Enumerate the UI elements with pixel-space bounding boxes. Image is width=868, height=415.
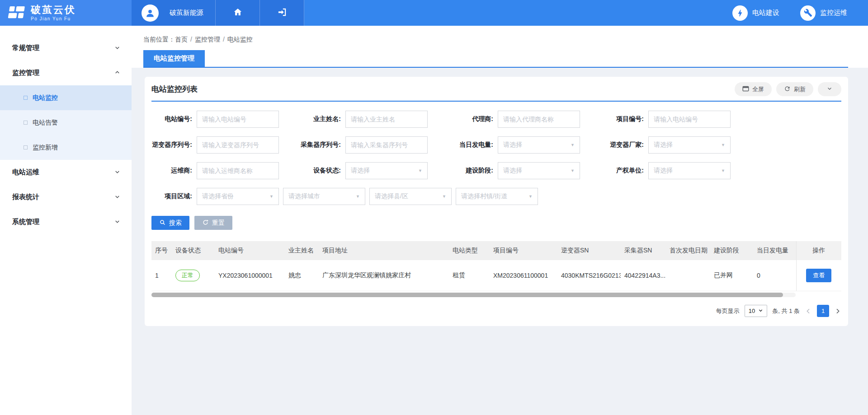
breadcrumb-station-monitor[interactable]: 电站监控: [227, 36, 253, 43]
cell-device-status: 正常: [172, 260, 215, 291]
per-page-label: 每页显示: [716, 307, 740, 315]
sidebar-submenu: 电站监控 电站告警 监控新增: [0, 85, 132, 160]
status-badge: 正常: [175, 270, 200, 281]
chevron-down-icon: ▼: [571, 168, 575, 173]
project-no-input[interactable]: [648, 111, 731, 128]
company-name: 破茧新能源: [170, 9, 203, 17]
horizontal-scrollbar[interactable]: [151, 293, 796, 297]
view-button[interactable]: 查看: [806, 269, 831, 282]
field-inverter-sn: 逆变器序列号:: [151, 136, 279, 154]
device-status-select[interactable]: 请选择 ▼: [345, 162, 428, 179]
sidebar-item-monitor-mgmt[interactable]: 监控管理: [0, 61, 132, 85]
per-page-select[interactable]: 10: [745, 305, 767, 317]
cell-build-stage: 已并网: [710, 260, 753, 291]
sidebar-subitem-label: 电站监控: [33, 94, 58, 102]
tab-row: 电站监控管理: [132, 50, 868, 68]
field-project-no: 项目编号:: [580, 111, 731, 128]
district-placeholder: 请选择县/区: [375, 192, 408, 201]
col-build-stage-header: 建设阶段: [710, 241, 753, 260]
scrollbar-thumb[interactable]: [151, 293, 783, 297]
search-icon: [159, 219, 166, 227]
district-select[interactable]: 请选择县/区 ▼: [369, 188, 452, 205]
filter-row-3: 运维商: 设备状态: 请选择 ▼ 建设阶段: 请选择: [151, 162, 841, 179]
build-stage-select[interactable]: 请选择 ▼: [498, 162, 580, 179]
sidebar-item-label: 报表统计: [12, 193, 39, 201]
sidebar-item-report-stats[interactable]: 报表统计: [0, 185, 132, 210]
next-page-button[interactable]: [834, 308, 841, 315]
province-select[interactable]: 请选择省份 ▼: [197, 188, 279, 205]
col-project-no-header: 项目编号: [490, 241, 557, 260]
property-unit-placeholder: 请选择: [654, 167, 673, 175]
agent-input[interactable]: [498, 111, 580, 128]
inverter-sn-input[interactable]: [197, 136, 279, 154]
sidebar-item-monitor-add[interactable]: 监控新增: [0, 135, 132, 160]
filter-row-2: 逆变器序列号: 采集器序列号: 当日发电量: 请选择 ▼: [151, 136, 841, 154]
station-no-input[interactable]: [197, 111, 279, 128]
owner-name-label: 业主姓名:: [279, 115, 345, 123]
province-placeholder: 请选择省份: [202, 192, 234, 201]
build-stage-placeholder: 请选择: [503, 167, 522, 175]
chevron-down-icon: [114, 193, 121, 201]
sidebar-item-station-ops[interactable]: 电站运维: [0, 160, 132, 185]
owner-name-input[interactable]: [345, 111, 428, 128]
refresh-button[interactable]: 刷新: [776, 82, 813, 96]
submenu-square-icon: [24, 145, 28, 149]
property-unit-select[interactable]: 请选择 ▼: [648, 162, 731, 179]
module-monitor-ops[interactable]: 监控运维: [800, 5, 847, 21]
reset-button[interactable]: 重置: [194, 216, 232, 230]
module-monitor-ops-label: 监控运维: [820, 9, 847, 17]
reset-label: 重置: [212, 219, 225, 227]
col-action-header: 操作: [796, 241, 841, 260]
project-no-label: 项目编号:: [580, 115, 648, 123]
breadcrumb-separator: /: [223, 36, 225, 43]
cell-action: 查看: [796, 260, 841, 291]
maintainer-label: 运维商:: [151, 167, 197, 175]
collapse-panel-button[interactable]: [818, 82, 841, 96]
user-menu[interactable]: 破茧新能源: [132, 0, 216, 26]
sidebar-item-station-alarm[interactable]: 电站告警: [0, 110, 132, 135]
sidebar-item-system-mgmt[interactable]: 系统管理: [0, 210, 132, 234]
cell-owner: 姚忠: [285, 260, 319, 291]
sidebar-item-general-mgmt[interactable]: 常规管理: [0, 36, 132, 61]
daily-power-select[interactable]: 请选择 ▼: [498, 136, 580, 154]
chevron-down-icon: ▼: [721, 168, 725, 173]
field-device-status: 设备状态: 请选择 ▼: [279, 162, 428, 179]
city-placeholder: 请选择城市: [288, 192, 320, 201]
inverter-vendor-select[interactable]: 请选择 ▼: [648, 136, 731, 154]
cell-station-no: YX2023061000001: [215, 260, 285, 291]
cell-inverter-sn: 4030KMTS216G0213...: [557, 260, 621, 291]
breadcrumb-home[interactable]: 首页: [175, 36, 188, 43]
breadcrumb-monitor-mgmt[interactable]: 监控管理: [195, 36, 220, 43]
col-station-no-header: 电站编号: [215, 241, 285, 260]
brand-text: 破茧云伏 Po Jian Yun Fu: [31, 5, 76, 21]
field-collector-sn: 采集器序列号:: [279, 136, 428, 154]
sidebar-subitem-label: 电站告警: [33, 119, 58, 127]
town-select[interactable]: 请选择村镇/街道 ▼: [456, 188, 538, 205]
col-device-status-header: 设备状态: [172, 241, 215, 260]
content-area: 当前位置：首页/监控管理/电站监控 电站监控管理 电站监控列表 全屏 刷新: [132, 26, 868, 415]
project-region-label: 项目区域:: [151, 192, 197, 201]
collector-sn-input[interactable]: [345, 136, 428, 154]
chevron-down-icon: [114, 168, 121, 177]
sidebar-item-station-monitor[interactable]: 电站监控: [0, 85, 132, 110]
field-daily-power: 当日发电量: 请选择 ▼: [428, 136, 580, 154]
cell-no: 1: [151, 260, 172, 291]
logout-button[interactable]: [260, 0, 304, 26]
home-button[interactable]: [216, 0, 260, 26]
home-icon: [233, 7, 243, 19]
header-modules: 电站建设 监控运维: [732, 0, 868, 26]
collector-sn-label: 采集器序列号:: [279, 141, 345, 149]
inverter-sn-label: 逆变器序列号:: [151, 141, 197, 149]
daily-power-placeholder: 请选择: [503, 141, 522, 149]
region-selects: 请选择省份 ▼ 请选择城市 ▼ 请选择县/区 ▼: [197, 188, 538, 205]
tab-station-monitor-mgmt[interactable]: 电站监控管理: [143, 50, 205, 67]
search-button[interactable]: 搜索: [151, 216, 189, 230]
sidebar-item-label: 电站运维: [12, 168, 39, 177]
maintainer-input[interactable]: [197, 162, 279, 179]
fullscreen-button[interactable]: 全屏: [735, 82, 772, 96]
station-no-label: 电站编号:: [151, 115, 197, 123]
prev-page-button[interactable]: [805, 308, 812, 315]
city-select[interactable]: 请选择城市 ▼: [283, 188, 365, 205]
page-number-1[interactable]: 1: [817, 305, 829, 317]
module-station-build[interactable]: 电站建设: [732, 5, 779, 21]
